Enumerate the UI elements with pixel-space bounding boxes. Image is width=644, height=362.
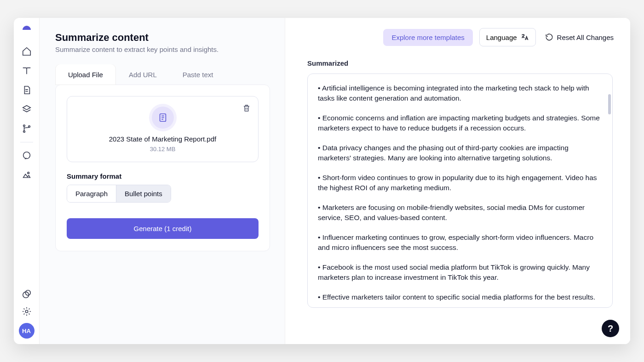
config-panel: Summarize content Summarize content to e… (40, 18, 285, 344)
file-name: 2023 State of Marketing Report.pdf (76, 135, 249, 143)
home-icon[interactable] (22, 46, 32, 57)
layers-icon[interactable] (22, 104, 32, 114)
output-bullet: • Short-form video continues to grow in … (318, 173, 602, 193)
tab-paste-text[interactable]: Paste text (170, 64, 226, 85)
reset-all-label: Reset All Changes (557, 34, 614, 41)
svg-point-2 (28, 126, 30, 128)
page-title: Summarize content (55, 32, 270, 44)
brand-logo-icon (21, 24, 32, 35)
tab-upload-file[interactable]: Upload File (55, 64, 116, 85)
scrollbar-thumb[interactable] (608, 94, 611, 114)
output-bullet: • Influencer marketing continues to grow… (318, 232, 602, 253)
input-tabs: Upload File Add URL Paste text (55, 64, 270, 85)
summary-format-label: Summary format (67, 172, 259, 180)
output-text: • Artificial intelligence is becoming in… (307, 74, 613, 308)
reset-all-button[interactable]: Reset All Changes (542, 33, 616, 41)
output-bullet: • Facebook is the most used social media… (318, 262, 602, 283)
output-bullet: • Marketers are focusing on mobile-frien… (318, 203, 602, 223)
chat-icon[interactable] (22, 151, 32, 161)
language-button-label: Language (486, 34, 517, 41)
svg-point-0 (23, 125, 25, 127)
page-subtitle: Summarize content to extract key points … (55, 45, 270, 53)
output-panel: Explore more templates Language Reset Al… (285, 18, 630, 344)
output-bullet: • Effective marketers tailor content to … (318, 292, 602, 302)
output-bullet: • Artificial intelligence is becoming in… (318, 83, 602, 104)
file-size: 30.12 MB (76, 146, 249, 153)
summary-format-toggle: Paragraph Bullet points (67, 185, 171, 203)
translate-icon (521, 33, 529, 41)
svg-point-1 (23, 131, 25, 133)
gear-icon[interactable] (22, 306, 32, 317)
output-bullet: • Economic concerns and inflation are im… (318, 113, 602, 134)
uploaded-file-box: 2023 State of Marketing Report.pdf 30.12… (67, 96, 259, 162)
language-button[interactable]: Language (479, 28, 536, 46)
format-option-bullet-points[interactable]: Bullet points (116, 185, 171, 202)
svg-point-5 (23, 292, 29, 298)
output-bullet: • Data privacy changes and the phasing o… (318, 143, 602, 164)
image-icon[interactable] (22, 170, 32, 180)
explore-templates-button[interactable]: Explore more templates (383, 29, 472, 46)
svg-point-3 (23, 152, 30, 159)
tab-add-url[interactable]: Add URL (116, 64, 170, 85)
book-icon[interactable] (22, 66, 32, 76)
sidebar: HA (14, 18, 40, 344)
file-icon (152, 107, 174, 129)
undo-icon (545, 33, 553, 41)
generate-button[interactable]: Generate (1 credit) (67, 218, 259, 239)
svg-point-4 (27, 172, 29, 174)
svg-point-7 (25, 310, 28, 313)
document-icon[interactable] (22, 85, 32, 95)
output-title: Summarized (307, 59, 613, 67)
format-option-paragraph[interactable]: Paragraph (67, 185, 116, 202)
token-icon[interactable] (22, 289, 32, 299)
trash-icon[interactable] (242, 104, 251, 112)
help-fab[interactable]: ? (602, 320, 619, 337)
branch-icon[interactable] (22, 124, 32, 134)
upload-card: 2023 State of Marketing Report.pdf 30.12… (55, 85, 270, 251)
user-avatar[interactable]: HA (19, 323, 34, 339)
